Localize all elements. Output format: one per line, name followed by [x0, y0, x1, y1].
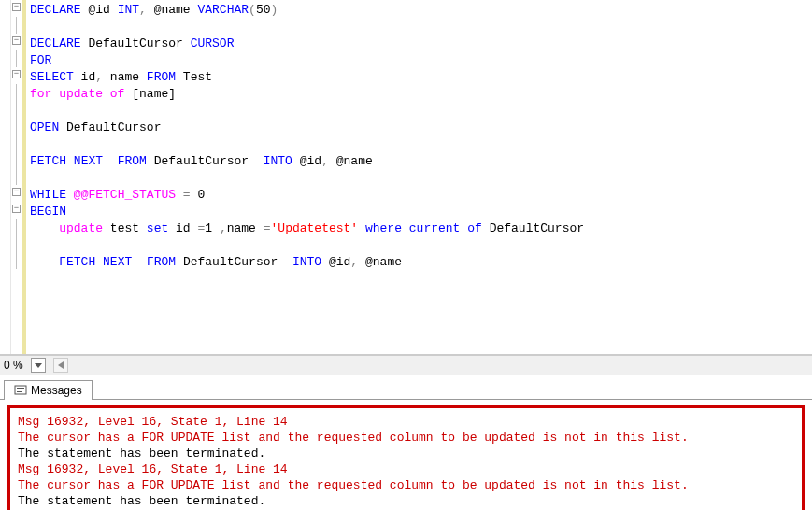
results-tabs-bar: Messages	[0, 375, 812, 400]
code-line	[30, 237, 808, 254]
fold-toggle[interactable]: −	[12, 36, 21, 45]
error-detail: The cursor has a FOR UPDATE list and the…	[18, 477, 794, 493]
tab-messages-label: Messages	[31, 384, 82, 397]
code-line	[30, 136, 808, 153]
chevron-down-icon	[35, 363, 42, 368]
error-termination: The statement has been terminated.	[18, 493, 794, 509]
fold-guide	[16, 135, 17, 151]
fold-toggle[interactable]: −	[12, 188, 21, 196]
error-output[interactable]: Msg 16932, Level 16, State 1, Line 14 Th…	[7, 405, 805, 510]
fold-guide	[16, 219, 17, 235]
chevron-left-icon	[58, 361, 64, 369]
code-line: OPEN DefaultCursor	[30, 120, 808, 136]
fold-guide	[16, 235, 17, 252]
fold-toggle[interactable]: −	[12, 70, 21, 78]
code-line	[30, 19, 808, 35]
code-line: WHILE @@FETCH_STATUS = 0	[30, 187, 808, 204]
code-line: BEGIN	[30, 204, 808, 220]
code-editor[interactable]: DECLARE @id INT, @name VARCHAR(50)DECLAR…	[26, 0, 812, 354]
messages-pane: Msg 16932, Level 16, State 1, Line 14 Th…	[0, 400, 812, 510]
messages-icon	[14, 384, 27, 397]
outline-column: −−−−−	[11, 0, 22, 354]
code-line: SELECT id, name FROM Test	[30, 69, 808, 86]
zoom-dropdown-button[interactable]	[31, 358, 46, 373]
tab-messages[interactable]: Messages	[4, 380, 93, 400]
code-line: DECLARE @id INT, @name VARCHAR(50)	[30, 2, 808, 19]
margin-column	[0, 0, 11, 354]
code-line: FETCH NEXT FROM DefaultCursor INTO @id, …	[30, 254, 808, 271]
editor-footer-bar: 0 %	[0, 355, 812, 375]
fold-guide	[16, 151, 17, 168]
error-header: Msg 16932, Level 16, State 1, Line 14	[18, 414, 794, 430]
fold-toggle[interactable]: −	[12, 3, 21, 11]
code-line: FETCH NEXT FROM DefaultCursor INTO @id, …	[30, 153, 808, 170]
code-line: DECLARE DefaultCursor CURSOR	[30, 35, 808, 52]
fold-toggle[interactable]: −	[12, 205, 21, 213]
error-detail: The cursor has a FOR UPDATE list and the…	[18, 430, 794, 446]
error-header: Msg 16932, Level 16, State 1, Line 14	[18, 461, 794, 477]
code-line	[30, 170, 808, 187]
code-line: FOR	[30, 52, 808, 69]
scroll-left-button[interactable]	[53, 358, 68, 373]
error-termination: The statement has been terminated.	[18, 446, 794, 461]
fold-guide	[16, 252, 17, 269]
fold-guide	[16, 168, 17, 185]
fold-guide	[16, 101, 17, 118]
code-line	[30, 103, 808, 120]
code-line: update test set id =1 ,name ='Updatetest…	[30, 220, 808, 237]
fold-guide	[16, 17, 17, 34]
code-editor-pane: −−−−− DECLARE @id INT, @name VARCHAR(50)…	[0, 0, 812, 355]
fold-guide	[16, 118, 17, 135]
fold-guide	[16, 84, 17, 101]
code-line: for update of [name]	[30, 86, 808, 103]
zoom-level: 0 %	[0, 359, 27, 372]
fold-guide	[16, 50, 17, 67]
